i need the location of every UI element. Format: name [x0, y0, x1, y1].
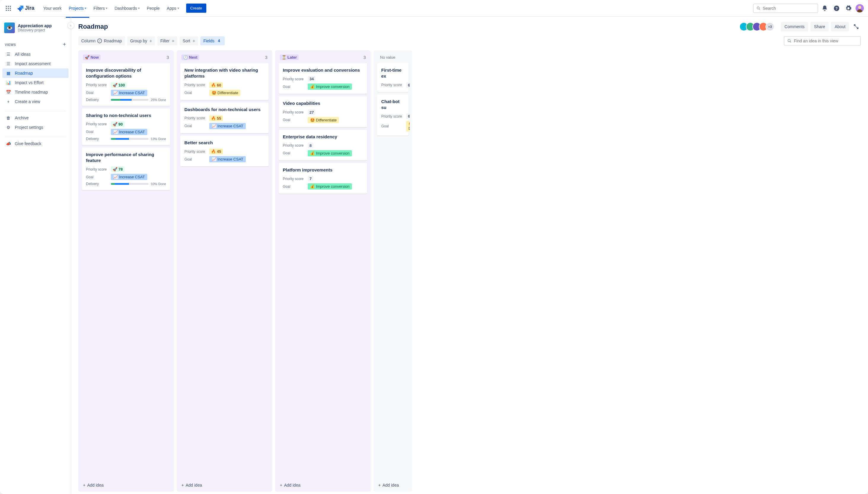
column-selector[interactable]: Column ✓ Roadmap [78, 36, 125, 45]
svg-rect-0 [6, 6, 7, 6]
sidebar-view-timeline-roadmap[interactable]: 📅Timeline roadmap [2, 88, 69, 97]
fields-button[interactable]: Fields4 [200, 36, 225, 45]
idea-card[interactable]: Improve evaluation and conversions Prior… [279, 63, 367, 94]
about-button[interactable]: About [831, 22, 849, 32]
nav-item-apps[interactable]: Apps▾ [164, 3, 182, 13]
group-by-button[interactable]: Group by+ [127, 36, 155, 45]
global-search[interactable] [753, 3, 818, 13]
goal-chip: 📈 Increase CSAT [209, 123, 246, 129]
priority-field: Priority score 🔥 45 [184, 149, 265, 154]
idea-card[interactable]: Platform improvements Priority score 7 G… [279, 163, 367, 194]
column-cards: New integration with video sharing platf… [179, 63, 270, 479]
app-switcher-icon[interactable] [3, 3, 13, 13]
goal-field: Goal 🤩 Differentiate [381, 121, 404, 132]
help-icon[interactable]: ? [831, 3, 842, 14]
nav-item-projects[interactable]: Projects▾ [66, 3, 90, 13]
column-count: 3 [363, 55, 366, 60]
filter-button[interactable]: Filter+ [158, 36, 177, 45]
sidebar-view-create-a-view[interactable]: +Create a view [2, 97, 69, 106]
svg-rect-1 [8, 6, 8, 6]
nav-item-filters[interactable]: Filters▾ [90, 3, 110, 13]
idea-card[interactable]: Enterprise data residency Priority score… [279, 130, 367, 160]
card-title: Dashboards for non-technical users [184, 107, 265, 113]
priority-score-chip: 🔥 55 [209, 115, 223, 121]
priority-score-chip: 🚀 100 [111, 82, 127, 88]
fullscreen-icon[interactable] [851, 22, 861, 32]
sidebar-secondary: 🗑Archive ⚙Project settings [0, 113, 71, 135]
add-idea-button[interactable]: +Add idea [376, 480, 410, 489]
jira-logo[interactable]: Jira [17, 5, 34, 12]
add-idea-button[interactable]: +Add idea [80, 480, 171, 489]
idea-card[interactable]: First-time ex Priority score 6 [377, 63, 409, 92]
page-header: Roadmap +3 Comments Share About [78, 22, 868, 32]
nav-item-dashboards[interactable]: Dashboards▾ [111, 3, 143, 13]
product-name: Jira [25, 5, 34, 11]
idea-card[interactable]: Better search Priority score 🔥 45 Goal 📈… [180, 136, 269, 167]
nav-item-your-work[interactable]: Your work [40, 3, 65, 13]
idea-card[interactable]: Sharing to non-technical users Priority … [82, 108, 170, 145]
idea-card[interactable]: Dashboards for non-technical users Prior… [180, 102, 269, 133]
views-list: ☰All ideas☰Impact assessment▦Roadmap📊Imp… [0, 50, 71, 109]
idea-card[interactable]: New integration with video sharing platf… [180, 63, 269, 100]
nav-item-people[interactable]: People [144, 3, 163, 13]
plus-icon: + [172, 38, 174, 43]
archive-link[interactable]: 🗑Archive [2, 113, 69, 122]
idea-card[interactable]: Improve discoverability of configuration… [82, 63, 170, 106]
project-settings-link[interactable]: ⚙Project settings [2, 122, 69, 132]
sidebar-view-all-ideas[interactable]: ☰All ideas [2, 50, 69, 59]
create-button[interactable]: Create [186, 3, 206, 13]
priority-score-chip: 34 [308, 76, 315, 82]
project-header[interactable]: 👁️ Appreciation app Discovery project [0, 22, 71, 38]
sidebar-view-impact-vs-effort[interactable]: 📊Impact vs Effort [2, 78, 69, 88]
sidebar-view-roadmap[interactable]: ▦Roadmap [2, 69, 69, 78]
chevron-down-icon: ▾ [178, 6, 179, 10]
chevron-down-icon: ▾ [85, 6, 86, 10]
chevron-down-icon: ▾ [106, 6, 107, 10]
trash-icon: 🗑 [5, 115, 11, 120]
column-cards: First-time ex Priority score 6 Chat-bot … [376, 63, 410, 479]
card-title: Improve evaluation and conversions [283, 67, 363, 73]
add-view-icon[interactable]: + [63, 41, 66, 48]
svg-rect-7 [8, 10, 8, 11]
priority-field: Priority score 6 [381, 82, 404, 88]
goal-field: Goal 💰 Improve conversion [283, 183, 363, 190]
collapse-sidebar-button[interactable]: ‹ [67, 22, 74, 29]
add-idea-button[interactable]: +Add idea [179, 480, 270, 489]
goal-chip: 🤩 Differentiate [209, 90, 240, 96]
find-idea-input[interactable] [794, 38, 857, 43]
card-title: Better search [184, 140, 265, 146]
column-header: No value [376, 53, 410, 63]
sidebar-view-impact-assessment[interactable]: ☰Impact assessment [2, 59, 69, 69]
goal-field: Goal 📈 Increase CSAT [86, 129, 166, 135]
board-icon: ▦ [5, 71, 11, 76]
search-icon [757, 6, 760, 11]
idea-card[interactable]: Improve performance of sharing feature P… [82, 148, 170, 190]
notifications-icon[interactable] [819, 3, 830, 14]
give-feedback-link[interactable]: 📣Give feedback [2, 139, 69, 148]
sidebar-footer: 📣Give feedback [0, 139, 71, 151]
settings-icon[interactable] [843, 3, 854, 14]
comments-button[interactable]: Comments [781, 22, 808, 32]
search-input[interactable] [763, 6, 815, 11]
add-idea-button[interactable]: +Add idea [277, 480, 368, 489]
sort-button[interactable]: Sort+ [180, 36, 198, 45]
priority-field: Priority score 🔥 55 [184, 115, 265, 121]
avatar-overflow[interactable]: +3 [765, 22, 774, 31]
collaborator-avatars[interactable]: +3 [742, 22, 774, 31]
idea-card[interactable]: Video capabilities Priority score 27 Goa… [279, 96, 367, 127]
idea-card[interactable]: Chat-bot su Priority score 6 Goal 🤩 Diff… [377, 94, 409, 136]
find-idea-search[interactable] [784, 36, 861, 45]
svg-line-14 [790, 41, 791, 43]
plus-icon: + [83, 483, 85, 488]
timeline-icon: 📅 [5, 90, 11, 94]
chevron-down-icon: ▾ [138, 6, 140, 10]
plus-icon: + [193, 38, 195, 43]
goal-chip: 🤩 Differentiate [308, 117, 339, 123]
priority-score-chip: 🚀 90 [111, 121, 125, 127]
user-avatar[interactable] [855, 3, 865, 13]
share-button[interactable]: Share [811, 22, 829, 32]
priority-field: Priority score 🚀 90 [86, 121, 166, 127]
priority-field: Priority score 7 [283, 176, 363, 182]
column-label: 🚀 Now [83, 55, 101, 60]
list-icon: ☰ [5, 61, 11, 66]
